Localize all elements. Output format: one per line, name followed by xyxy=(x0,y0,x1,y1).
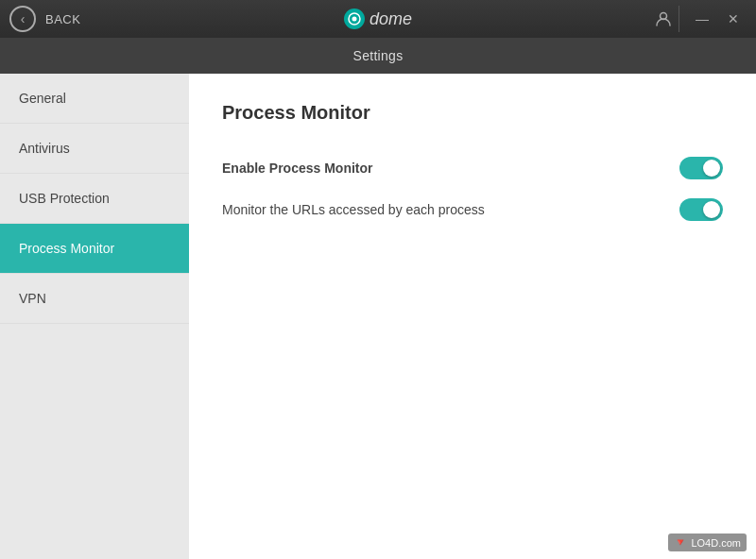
title-bar-left: ‹ BACK xyxy=(9,6,80,32)
settings-header: Settings xyxy=(0,38,756,74)
logo-icon xyxy=(344,8,365,29)
watermark-icon: 🔻 xyxy=(674,536,687,549)
sidebar-item-usb-protection[interactable]: USB Protection xyxy=(0,174,189,224)
page-title: Process Monitor xyxy=(222,102,723,124)
toggle-row-enable-pm: Enable Process Monitor xyxy=(222,147,723,189)
svg-point-1 xyxy=(352,17,356,22)
sidebar-item-antivirus[interactable]: Antivirus xyxy=(0,124,189,174)
settings-title: Settings xyxy=(353,48,404,63)
toggle-label-monitor-urls: Monitor the URLs accessed by each proces… xyxy=(222,202,485,217)
app-logo: dome xyxy=(344,8,412,29)
main-content: General Antivirus USB Protection Process… xyxy=(0,74,756,559)
user-button[interactable] xyxy=(653,6,679,32)
toggle-monitor-urls[interactable] xyxy=(679,198,723,221)
close-button[interactable]: ✕ xyxy=(720,6,747,32)
sidebar: General Antivirus USB Protection Process… xyxy=(0,74,189,559)
back-button[interactable]: ‹ xyxy=(9,6,36,32)
watermark-text: LO4D.com xyxy=(691,537,741,549)
logo-text: dome xyxy=(369,9,412,29)
sidebar-item-process-monitor[interactable]: Process Monitor xyxy=(0,224,189,274)
back-label: BACK xyxy=(45,12,80,26)
toggle-label-enable-pm: Enable Process Monitor xyxy=(222,161,372,176)
sidebar-item-vpn[interactable]: VPN xyxy=(0,274,189,324)
toggle-enable-pm[interactable] xyxy=(679,157,723,179)
toggle-row-monitor-urls: Monitor the URLs accessed by each proces… xyxy=(222,189,723,230)
minimize-button[interactable]: — xyxy=(689,6,715,32)
sidebar-item-general[interactable]: General xyxy=(0,74,189,124)
title-bar-right: — ✕ xyxy=(653,6,747,32)
watermark: 🔻 LO4D.com xyxy=(668,534,747,551)
title-bar: ‹ BACK dome — ✕ xyxy=(0,0,756,38)
content-area: Process Monitor Enable Process Monitor M… xyxy=(189,74,756,559)
